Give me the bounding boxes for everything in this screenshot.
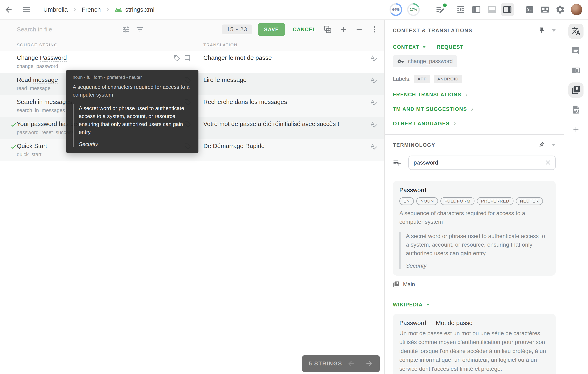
layout-bottom-button[interactable] [487,4,497,15]
keyboard-icon [540,4,550,15]
table-row[interactable]: Change Password change_password Changer … [0,51,384,73]
save-button[interactable]: SAVE [258,23,285,36]
string-key: change_password [17,63,58,69]
approved-progress-ring[interactable]: 17% [407,3,420,16]
spellcheck-icon[interactable] [370,77,377,84]
label-chip[interactable]: APP [414,75,430,83]
breadcrumb-project[interactable]: Umbrella [43,6,68,13]
translated-progress-ring[interactable]: 64% [389,3,402,16]
comment-icon[interactable] [184,55,191,62]
translation-text[interactable]: Changer le mot de passe [203,54,272,61]
label-chip[interactable]: ANDROID [434,75,462,83]
term-tag: EN [399,197,414,205]
breadcrumb-file[interactable]: strings.xml [115,6,154,13]
android-icon [115,7,122,12]
tune-icon [122,25,130,33]
tune-filter-button[interactable] [122,25,130,33]
card-icon [571,65,581,75]
remove-string-button[interactable] [355,25,363,34]
spellcheck-icon[interactable] [370,143,377,150]
tag-icon[interactable] [174,55,180,62]
terminology-search-input[interactable] [408,156,556,170]
collapse-terminology-button[interactable] [552,144,556,146]
collapse-panel-button[interactable] [552,29,556,32]
layout-right-button[interactable] [501,3,514,16]
clear-search-button[interactable] [544,159,552,166]
layout-right-icon [502,4,513,15]
copy-source-button[interactable] [323,25,332,34]
translate-icon [571,27,581,36]
wikipedia-section-toggle[interactable]: WIKIPEDIA [393,302,556,308]
kebab-icon [370,25,378,33]
glossary-icon [393,281,400,288]
approved-progress-value: 17% [408,4,419,15]
string-counter-badge[interactable]: 15 • 23 [222,24,252,34]
glossary-icon [571,85,581,95]
next-page-button[interactable] [365,360,373,368]
unpin-terminology-button[interactable] [538,141,545,149]
wikipedia-entry-title: Password → Mot de passe [399,320,549,326]
user-avatar[interactable] [571,4,582,15]
notes-edit-button[interactable] [435,5,445,14]
breadcrumb-language[interactable]: French [82,6,101,13]
spellcheck-icon[interactable] [370,121,377,128]
panel-tab-file-info[interactable] [568,102,584,117]
section-tm-mt-suggestions[interactable]: TM AND MT SUGGESTIONS [393,106,556,112]
cancel-button[interactable]: CANCEL [293,27,316,32]
filter-button[interactable] [136,25,144,33]
panel-tab-context-card[interactable] [568,63,584,78]
minus-icon [355,25,363,34]
tab-context[interactable]: CONTEXT [393,44,426,50]
chevron-down-icon [426,304,430,306]
context-panel: CONTEXT & TRANSLATIONS CONTEXT REQUEST c… [384,20,564,374]
key-icon [397,58,404,65]
pagination-label: 5 STRINGS [309,361,342,367]
table-view-button[interactable] [456,4,466,15]
add-term-button[interactable] [393,158,401,167]
topbar: Umbrella French strings.xml 64% 17% [0,0,588,20]
filter-icon [136,25,144,33]
add-panel-button[interactable] [568,122,584,137]
translation-text[interactable]: Recherche dans les messages [203,98,287,105]
translation-text[interactable]: Votre mot de passe a été réinitialisé av… [203,120,339,127]
string-key-chip[interactable]: change_password [393,55,457,67]
wikipedia-entry-body: Un mot de passe est un mot ou une série … [399,329,549,373]
string-key: read_message [17,85,51,91]
menu-button[interactable] [22,5,31,14]
section-other-languages[interactable]: OTHER LANGUAGES [393,121,556,126]
terminology-tooltip: noun • full form • preferred • neuter A … [66,70,199,153]
previous-page-button[interactable] [347,360,355,368]
term-quote-block: A secret word or phrase used to authenti… [399,232,549,269]
more-options-button[interactable] [370,25,378,33]
plus-icon [339,25,348,34]
panel-tab-translations[interactable] [568,24,584,39]
add-string-button[interactable] [339,25,348,34]
tooltip-subject: Security [79,141,192,147]
terminal-button[interactable] [525,5,535,14]
search-input[interactable] [17,26,100,33]
column-source: SOURCE STRING [17,42,58,47]
section-french-translations[interactable]: FRENCH TRANSLATIONS [393,92,556,98]
keyboard-button[interactable] [540,4,550,15]
translation-text[interactable]: De Démarrage Rapide [203,143,265,149]
labels-row: Labels: APP ANDROID [393,75,556,83]
layout-left-button[interactable] [471,4,482,15]
panel-tab-comments[interactable] [568,43,584,58]
spellcheck-icon[interactable] [370,55,377,62]
back-button[interactable] [4,5,13,14]
spellcheck-icon[interactable] [370,99,377,106]
term-quote: A secret word or phrase used to authenti… [406,232,549,258]
glossary-row[interactable]: Main [393,281,556,288]
settings-button[interactable] [555,5,565,14]
column-translation: TRANSLATION [203,42,237,47]
plus-icon [572,125,580,134]
labels-caption: Labels: [393,76,410,82]
string-key: search_in_messages [17,107,65,113]
pin-panel-button[interactable] [538,27,545,34]
translation-text[interactable]: Lire le message [203,76,247,83]
panel-tab-terminology[interactable] [568,83,584,98]
panel-title: CONTEXT & TRANSLATIONS [393,28,472,33]
tooltip-definition: A sequence of characters required for ac… [73,83,192,99]
tab-request[interactable]: REQUEST [437,44,464,50]
string-key: quick_start [17,151,42,157]
